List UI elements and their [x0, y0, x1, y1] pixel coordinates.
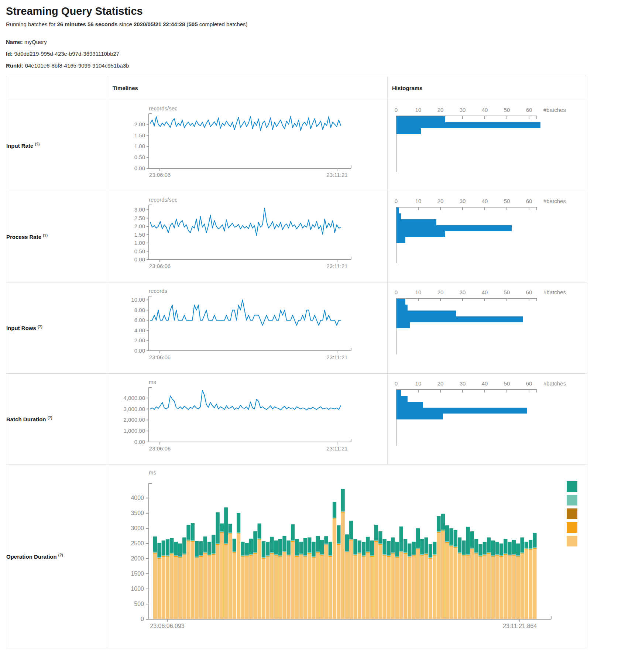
svg-text:2,000.00: 2,000.00 [124, 416, 145, 423]
operation-duration-help-icon[interactable]: (?) [58, 553, 63, 557]
svg-text:0: 0 [395, 107, 398, 113]
svg-text:60: 60 [526, 289, 532, 295]
input-rate-row: Input Rate (?) records/sec0.000.501.001.… [6, 100, 587, 191]
svg-text:ms: ms [149, 469, 156, 476]
input-rows-row: Input Rows (?) records0.002.004.006.008.… [6, 282, 587, 374]
query-id-line: Id: 9d0dd219-995d-423e-b97d-36931110bb27 [6, 49, 625, 59]
svg-text:50: 50 [504, 198, 510, 204]
svg-text:60: 60 [526, 198, 532, 204]
svg-text:#batches: #batches [543, 380, 566, 387]
svg-text:6.00: 6.00 [134, 317, 145, 323]
input-rows-timeline-cell: records0.002.004.006.008.0010.0023:06:06… [108, 282, 388, 374]
svg-text:20: 20 [437, 380, 444, 387]
svg-text:8.00: 8.00 [134, 307, 145, 313]
svg-text:ms: ms [149, 380, 156, 385]
svg-text:40: 40 [482, 107, 488, 113]
query-name: myQuery [23, 39, 47, 45]
query-runid-line: RunId: 04e101e6-8bf8-4165-9099-9104c951b… [6, 61, 625, 71]
svg-text:30: 30 [460, 289, 466, 295]
process-rate-histogram-cell: 0102030405060#batches [388, 191, 587, 282]
svg-text:4,000.00: 4,000.00 [124, 395, 145, 401]
svg-text:4.00: 4.00 [134, 327, 145, 333]
legend-swatch-add-batch [567, 536, 577, 546]
page-title: Streaming Query Statistics [6, 5, 625, 17]
legend-swatch-wal-commit [567, 522, 577, 533]
svg-text:10.00: 10.00 [131, 296, 145, 303]
svg-text:2000: 2000 [131, 555, 144, 562]
input-rows-label: Input Rows (?) [6, 282, 108, 374]
svg-text:23:11:21: 23:11:21 [326, 445, 347, 452]
svg-text:2500: 2500 [131, 540, 144, 546]
svg-text:3.00: 3.00 [134, 206, 145, 213]
table-header-row: Timelines Histograms [6, 76, 587, 100]
process-rate-help-icon[interactable]: (?) [43, 233, 48, 237]
svg-text:4000: 4000 [131, 495, 144, 501]
svg-text:23:11:21: 23:11:21 [326, 263, 347, 269]
input-rows-histogram-chart: 0102030405060#batches [391, 289, 586, 368]
svg-text:30: 30 [460, 198, 466, 204]
operation-duration-chart-cell: ms0500100015002000250030003500400023:06:… [108, 465, 587, 648]
svg-text:23:11:21.864: 23:11:21.864 [503, 623, 537, 629]
query-name-line: Name: myQuery [6, 37, 625, 47]
svg-text:#batches: #batches [543, 107, 566, 113]
input-rate-timeline-chart: records/sec0.000.501.001.502.0023:06:062… [112, 106, 370, 186]
svg-text:10: 10 [415, 107, 422, 113]
svg-text:3500: 3500 [131, 510, 144, 516]
batch-duration-histogram-cell: 0102030405060#batches [388, 374, 587, 465]
svg-text:#batches: #batches [543, 289, 566, 295]
process-rate-histogram-chart: 0102030405060#batches [391, 198, 586, 277]
svg-text:records/sec: records/sec [149, 106, 178, 112]
svg-text:30: 30 [460, 380, 466, 387]
input-rows-histogram-cell: 0102030405060#batches [388, 282, 587, 374]
svg-text:2.50: 2.50 [134, 215, 145, 221]
svg-text:0: 0 [141, 616, 144, 622]
svg-text:0: 0 [395, 198, 398, 204]
svg-text:records: records [149, 289, 167, 294]
svg-text:23:06:06: 23:06:06 [149, 263, 171, 269]
batch-duration-label: Batch Duration (?) [6, 374, 108, 465]
input-rows-timeline-chart: records0.002.004.006.008.0010.0023:06:06… [112, 289, 370, 368]
svg-text:0.50: 0.50 [134, 154, 145, 160]
run-duration: 26 minutes 56 seconds [57, 21, 117, 27]
input-rate-histogram-chart: 0102030405060#batches [391, 106, 586, 186]
empty-header-cell [6, 76, 108, 100]
svg-text:1.50: 1.50 [134, 231, 145, 237]
svg-text:0: 0 [395, 289, 398, 295]
statistics-table: Timelines Histograms Input Rate (?) reco… [6, 76, 587, 648]
process-rate-row: Process Rate (?) records/sec0.000.501.00… [6, 191, 587, 282]
svg-text:0.00: 0.00 [134, 347, 145, 354]
svg-text:23:11:21: 23:11:21 [326, 172, 347, 178]
histograms-header: Histograms [388, 76, 587, 100]
run-start-timestamp: 2020/05/21 22:44:28 [134, 21, 185, 27]
svg-text:40: 40 [482, 380, 488, 387]
svg-text:0.00: 0.00 [134, 439, 145, 445]
svg-text:0: 0 [395, 380, 398, 387]
input-rate-help-icon[interactable]: (?) [35, 142, 40, 146]
svg-text:40: 40 [482, 289, 488, 295]
query-id: 9d0dd219-995d-423e-b97d-36931110bb27 [13, 51, 119, 57]
svg-text:1000: 1000 [131, 586, 144, 592]
svg-text:23:06:06: 23:06:06 [149, 354, 171, 360]
operation-duration-label: Operation Duration (?) [6, 465, 108, 648]
input-rate-label: Input Rate (?) [6, 100, 108, 191]
svg-text:60: 60 [526, 107, 532, 113]
svg-text:2.00: 2.00 [134, 121, 145, 127]
svg-text:40: 40 [482, 198, 488, 204]
svg-text:1.50: 1.50 [134, 132, 145, 138]
svg-text:2.00: 2.00 [134, 337, 145, 343]
input-rows-help-icon[interactable]: (?) [38, 325, 42, 329]
svg-text:23:06:06: 23:06:06 [149, 172, 171, 178]
input-rate-timeline-cell: records/sec0.000.501.001.502.0023:06:062… [108, 100, 388, 191]
batch-duration-help-icon[interactable]: (?) [48, 416, 52, 420]
timelines-header: Timelines [108, 76, 388, 100]
svg-text:23:06:06.093: 23:06:06.093 [150, 623, 185, 629]
operation-duration-stacked-chart: ms0500100015002000250030003500400023:06:… [112, 469, 573, 645]
svg-text:60: 60 [526, 380, 532, 387]
svg-text:50: 50 [504, 107, 510, 113]
svg-text:2.00: 2.00 [134, 223, 145, 229]
process-rate-timeline-cell: records/sec0.000.501.001.502.002.503.002… [108, 191, 388, 282]
svg-text:3000: 3000 [131, 525, 144, 531]
process-rate-label: Process Rate (?) [6, 191, 108, 282]
svg-text:#batches: #batches [543, 198, 566, 204]
svg-text:30: 30 [460, 107, 466, 113]
